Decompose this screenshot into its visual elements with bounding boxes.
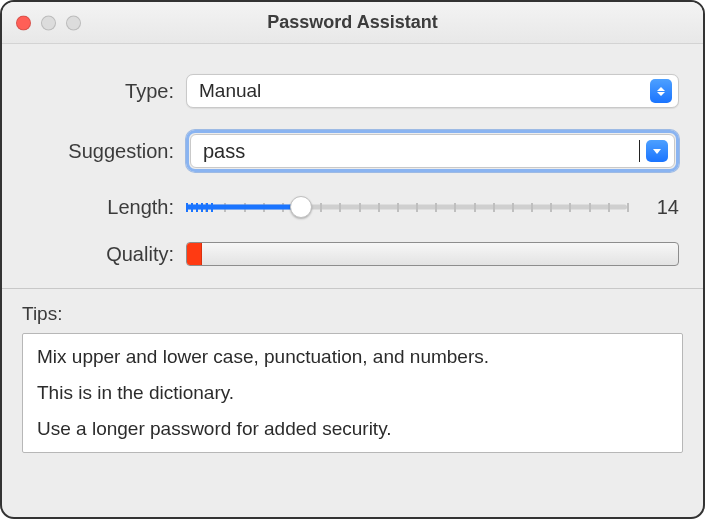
- tip-line: This is in the dictionary.: [37, 382, 668, 404]
- text-caret: [639, 140, 640, 162]
- tip-line: Use a longer password for added security…: [37, 418, 668, 440]
- suggestion-combo[interactable]: pass: [190, 134, 675, 168]
- tip-line: Mix upper and lower case, punctuation, a…: [37, 346, 668, 368]
- traffic-lights: [16, 15, 81, 30]
- slider-fill-ticks: [186, 199, 301, 215]
- quality-label: Quality:: [26, 243, 186, 266]
- chevron-down-icon: [653, 149, 661, 154]
- form-area: Type: Manual Suggestion: pass: [2, 44, 703, 288]
- quality-row: Quality:: [26, 242, 679, 266]
- type-select[interactable]: Manual: [186, 74, 679, 108]
- quality-meter: [186, 242, 679, 266]
- slider-thumb[interactable]: [290, 196, 312, 218]
- minimize-window-button[interactable]: [41, 15, 56, 30]
- updown-icon: [650, 79, 672, 103]
- type-selected-value: Manual: [199, 80, 650, 102]
- suggestion-input[interactable]: pass: [203, 140, 641, 163]
- quality-fill: [187, 243, 202, 265]
- type-row: Type: Manual: [26, 74, 679, 108]
- length-slider[interactable]: [186, 194, 627, 220]
- suggestion-row: Suggestion: pass: [26, 130, 679, 172]
- zoom-window-button[interactable]: [66, 15, 81, 30]
- tips-label: Tips:: [22, 303, 683, 325]
- length-row: Length: 14: [26, 194, 679, 220]
- password-assistant-window: Password Assistant Type: Manual Suggesti…: [0, 0, 705, 519]
- suggestion-focus-ring: pass: [186, 130, 679, 172]
- suggestion-label: Suggestion:: [26, 140, 186, 163]
- tips-section: Tips: Mix upper and lower case, punctuat…: [2, 289, 703, 517]
- window-title: Password Assistant: [267, 12, 437, 33]
- length-value: 14: [643, 196, 679, 219]
- titlebar: Password Assistant: [2, 2, 703, 44]
- tips-box: Mix upper and lower case, punctuation, a…: [22, 333, 683, 453]
- length-label: Length:: [26, 196, 186, 219]
- type-label: Type:: [26, 80, 186, 103]
- suggestion-dropdown-button[interactable]: [646, 140, 668, 162]
- close-window-button[interactable]: [16, 15, 31, 30]
